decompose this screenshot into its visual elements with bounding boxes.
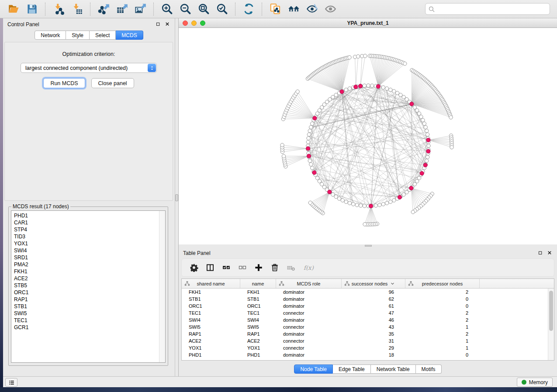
ring-node[interactable]: [374, 204, 377, 207]
leaf-node[interactable]: [296, 90, 299, 93]
mcds-result-list[interactable]: PHD1CAR1STP4TID3YOX1SWI4SRD1PMA2FKH1ACE2…: [11, 210, 166, 363]
ring-node[interactable]: [370, 84, 374, 87]
close-table-panel-button[interactable]: [547, 250, 553, 256]
leaf-node[interactable]: [308, 201, 312, 204]
ring-node[interactable]: [425, 159, 429, 162]
split-view-button[interactable]: [206, 263, 214, 272]
table-row[interactable]: PHD1PHD1dominator180: [182, 351, 548, 358]
task-history-button[interactable]: [5, 378, 17, 387]
export-table-button[interactable]: [113, 1, 131, 17]
leaf-node[interactable]: [450, 145, 453, 149]
mcds-result-node[interactable]: CAR1: [14, 219, 165, 226]
table-scrollbar-thumb[interactable]: [549, 291, 553, 331]
criterion-select[interactable]: largest connected component (undirected): [21, 63, 157, 73]
ring-node[interactable]: [311, 166, 314, 170]
float-table-panel-button[interactable]: [537, 250, 543, 256]
mcds-result-node[interactable]: YOX1: [14, 240, 165, 247]
mcds-result-node[interactable]: TID3: [14, 233, 165, 240]
ring-node[interactable]: [385, 201, 388, 205]
tab-network-table[interactable]: Network Table: [371, 364, 416, 374]
column-header-successor-nodes[interactable]: successor nodes: [342, 279, 405, 288]
mcds-result-node[interactable]: STB1: [14, 303, 165, 310]
mcds-result-node[interactable]: ACE2: [14, 275, 165, 282]
leaf-node[interactable]: [449, 116, 453, 119]
table-row[interactable]: FKH1FKH1dominator962: [182, 289, 548, 296]
table-row[interactable]: ACE2ACE2connector311: [182, 337, 548, 344]
ring-node[interactable]: [381, 86, 385, 89]
dominator-node[interactable]: [426, 149, 430, 153]
show-selected-button[interactable]: [321, 1, 339, 17]
table-row[interactable]: TEC1TEC1connector472: [182, 309, 548, 316]
mcds-result-node[interactable]: TEC1: [14, 317, 165, 324]
ring-node[interactable]: [359, 204, 363, 207]
dominator-node[interactable]: [328, 190, 332, 194]
dominator-node[interactable]: [409, 186, 413, 190]
table-row[interactable]: YOX1YOX1connector291: [182, 344, 548, 351]
mcds-result-node[interactable]: SRD1: [14, 254, 165, 261]
window-close-button[interactable]: [183, 21, 188, 26]
column-header-name[interactable]: name: [240, 279, 276, 288]
window-minimize-button[interactable]: [191, 21, 197, 26]
run-mcds-button[interactable]: Run MCDS: [43, 78, 85, 88]
dominator-node[interactable]: [358, 84, 362, 88]
tab-node-table[interactable]: Node Table: [294, 364, 333, 374]
leaf-node[interactable]: [356, 55, 360, 58]
close-panel-button-mcds[interactable]: Close panel: [91, 78, 134, 88]
mcds-result-node[interactable]: PMA2: [14, 261, 165, 268]
ring-node[interactable]: [352, 203, 355, 206]
ring-node[interactable]: [355, 203, 359, 206]
zoom-fit-button[interactable]: [194, 1, 213, 17]
window-zoom-button[interactable]: [200, 21, 205, 26]
leaf-node[interactable]: [348, 55, 351, 59]
ring-node[interactable]: [392, 89, 396, 93]
table-row[interactable]: RAP1RAP1dominator352: [182, 330, 548, 337]
ring-node[interactable]: [344, 88, 348, 92]
ring-node[interactable]: [307, 137, 310, 140]
ring-node[interactable]: [385, 87, 388, 90]
dominator-node[interactable]: [369, 204, 373, 208]
ring-node[interactable]: [311, 122, 314, 125]
dominator-node[interactable]: [410, 102, 414, 106]
leaf-node[interactable]: [411, 210, 415, 214]
table-mode-button[interactable]: [190, 263, 198, 272]
ring-node[interactable]: [425, 129, 429, 133]
ring-node[interactable]: [306, 140, 310, 144]
ring-node[interactable]: [424, 125, 427, 129]
mcds-result-node[interactable]: GCR1: [14, 324, 165, 331]
column-header-shared-name[interactable]: shared name: [182, 279, 240, 288]
export-network-button[interactable]: [94, 1, 113, 17]
mcds-result-node[interactable]: RAP1: [14, 296, 165, 303]
splitter-grip[interactable]: [175, 194, 178, 201]
save-session-button[interactable]: [23, 1, 41, 17]
dominator-node[interactable]: [313, 116, 317, 120]
mcds-result-node[interactable]: PHD1: [14, 212, 165, 219]
ring-node[interactable]: [422, 122, 426, 125]
ring-node[interactable]: [344, 200, 348, 203]
ring-node[interactable]: [363, 84, 366, 87]
ring-node[interactable]: [421, 118, 425, 122]
splitter-grip-h[interactable]: [365, 245, 372, 247]
mcds-result-node[interactable]: STB5: [14, 282, 165, 289]
vertical-splitter[interactable]: [175, 18, 179, 376]
mcds-result-node[interactable]: ORC1: [14, 289, 165, 296]
column-header-MCDS-role[interactable]: MCDS role: [276, 279, 342, 288]
search-box[interactable]: [425, 3, 550, 15]
network-overview-button[interactable]: [284, 1, 303, 17]
ring-node[interactable]: [348, 201, 351, 205]
ring-node[interactable]: [341, 199, 344, 202]
dominator-node[interactable]: [376, 84, 380, 88]
import-network-button[interactable]: [49, 1, 68, 17]
mcds-result-node[interactable]: SWI4: [14, 247, 165, 254]
hide-selected-button[interactable]: [303, 1, 321, 17]
ring-node[interactable]: [378, 203, 381, 206]
dominator-node[interactable]: [340, 89, 344, 93]
leaf-node[interactable]: [363, 54, 367, 58]
dominator-node[interactable]: [420, 172, 424, 175]
float-panel-button[interactable]: [155, 21, 161, 28]
select-all-button[interactable]: [222, 263, 231, 272]
ring-node[interactable]: [426, 133, 429, 136]
leaf-node[interactable]: [403, 62, 407, 65]
dominator-node[interactable]: [354, 85, 358, 89]
dominator-node[interactable]: [312, 171, 316, 175]
tab-style[interactable]: Style: [66, 31, 90, 40]
